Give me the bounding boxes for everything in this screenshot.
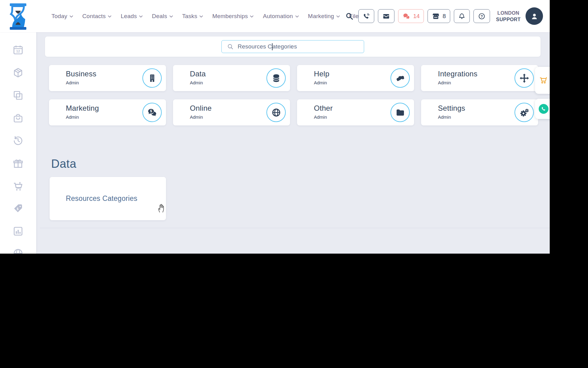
card-settings[interactable]: Settings Admin	[421, 99, 538, 125]
building-icon	[142, 68, 162, 88]
topbar-actions: 14 8 ?	[345, 0, 543, 32]
inbox-icon	[382, 12, 390, 20]
svg-text:$: $	[150, 109, 152, 113]
cart-add-icon[interactable]	[13, 181, 24, 192]
card-data[interactable]: Data Admin	[173, 65, 290, 91]
card-online[interactable]: Online Admin	[173, 99, 290, 125]
admin-cards-grid: Business Admin Data Admin	[49, 65, 538, 125]
svg-text:?: ?	[481, 14, 483, 18]
floating-whatsapp-button[interactable]	[535, 99, 550, 119]
account-name-line1: LONDON	[496, 10, 521, 16]
card-title: Integrations	[438, 70, 477, 78]
bar-chart-icon[interactable]	[13, 226, 24, 237]
nav-label: Contacts	[82, 13, 106, 20]
nav-item-automation[interactable]: Automation	[263, 13, 299, 20]
basket-icon[interactable]	[13, 113, 24, 124]
whatsapp-icon	[539, 104, 548, 114]
search-input[interactable]: Resources Categories	[221, 40, 364, 53]
card-business[interactable]: Business Admin	[49, 65, 166, 91]
chat-notifications-button[interactable]: 14	[398, 9, 424, 23]
card-title: Other	[314, 104, 333, 113]
help-icon: ?	[478, 12, 486, 20]
card-title: Data	[190, 70, 206, 78]
nav-item-memberships[interactable]: Memberships	[212, 13, 254, 20]
card-help[interactable]: Help Admin	[297, 65, 414, 91]
phone-button[interactable]	[358, 9, 374, 23]
inbox-button[interactable]	[378, 9, 394, 23]
gears-icon	[514, 103, 534, 122]
shopping-cart-icon	[539, 76, 548, 85]
nav-item-marketing[interactable]: Marketing	[308, 13, 340, 20]
card-subtitle: Admin	[438, 80, 451, 85]
nav-item-today[interactable]: Today	[51, 13, 73, 20]
hand-cursor-icon	[157, 203, 165, 213]
bell-icon	[458, 13, 466, 20]
chat-dollar-icon: $	[142, 103, 162, 122]
globe-sidebar-icon[interactable]	[13, 248, 24, 254]
chevron-down-icon	[295, 15, 299, 18]
help-button[interactable]: ?	[473, 9, 490, 23]
nav-label: Marketing	[308, 13, 334, 20]
store-icon	[432, 12, 440, 20]
search-panel: Resources Categories	[45, 36, 541, 57]
search-input-icon	[227, 44, 233, 50]
search-text-before-caret: Resources C	[238, 43, 272, 50]
search-icon[interactable]	[345, 12, 353, 20]
copy-icon[interactable]	[13, 90, 24, 101]
account-name: LONDON SUPPORT	[496, 10, 521, 23]
store-button[interactable]: 8	[428, 9, 450, 23]
app-window: Today Contacts Leads Deals Tasks Members…	[0, 0, 550, 254]
resources-categories-card[interactable]: Resources Categories	[50, 177, 166, 220]
user-avatar[interactable]	[526, 7, 543, 25]
chevron-down-icon	[250, 15, 254, 18]
card-title: Settings	[438, 104, 465, 113]
move-arrows-icon	[514, 68, 534, 88]
nav-label: Deals	[152, 13, 167, 20]
nav-item-contacts[interactable]: Contacts	[82, 13, 112, 20]
card-subtitle: Admin	[66, 114, 79, 120]
card-marketing[interactable]: Marketing Admin $	[49, 99, 166, 125]
card-title: Business	[66, 70, 96, 78]
chevron-down-icon	[199, 15, 203, 18]
folder-icon	[390, 103, 410, 122]
nav-item-tasks[interactable]: Tasks	[182, 13, 203, 20]
card-title: Marketing	[66, 104, 99, 113]
notifications-button[interactable]	[454, 9, 470, 23]
history-icon[interactable]	[13, 135, 24, 146]
nav-label: Memberships	[212, 13, 248, 20]
card-subtitle: Admin	[314, 114, 327, 120]
chevron-down-icon	[169, 15, 173, 18]
person-icon	[530, 12, 539, 21]
main-nav: Today Contacts Leads Deals Tasks Members…	[51, 0, 362, 32]
card-subtitle: Admin	[314, 80, 327, 85]
card-subtitle: Admin	[66, 80, 79, 85]
top-bar: Today Contacts Leads Deals Tasks Members…	[0, 0, 550, 32]
card-other[interactable]: Other Admin	[297, 99, 414, 125]
package-icon[interactable]	[13, 67, 24, 78]
card-title: Help	[314, 70, 330, 78]
handshake-icon	[390, 68, 410, 88]
gift-icon[interactable]	[13, 158, 24, 169]
nav-item-leads[interactable]: Leads	[121, 13, 143, 20]
chat-count-badge: 14	[413, 13, 420, 20]
calendar-12-icon[interactable]: 12	[13, 44, 24, 56]
card-title: Online	[190, 104, 212, 113]
card-subtitle: Admin	[438, 114, 451, 120]
svg-text:12: 12	[16, 49, 20, 53]
chat-bubbles-icon	[402, 12, 410, 20]
hourglass-logo-icon[interactable]	[9, 3, 27, 30]
price-tag-icon[interactable]: $	[13, 203, 24, 214]
nav-item-deals[interactable]: Deals	[152, 13, 173, 20]
chevron-down-icon	[70, 15, 73, 18]
database-icon	[266, 68, 286, 88]
content-divider	[40, 228, 550, 228]
card-subtitle: Admin	[190, 80, 203, 85]
floating-cart-button[interactable]	[535, 67, 550, 94]
chevron-down-icon	[139, 15, 143, 18]
nav-label: Automation	[263, 13, 293, 20]
left-sidebar: 12	[0, 32, 36, 254]
section-title: Data	[51, 157, 76, 171]
chevron-down-icon	[108, 15, 111, 18]
search-text-after-caret: ategories	[273, 43, 297, 50]
card-integrations[interactable]: Integrations Admin	[421, 65, 538, 91]
